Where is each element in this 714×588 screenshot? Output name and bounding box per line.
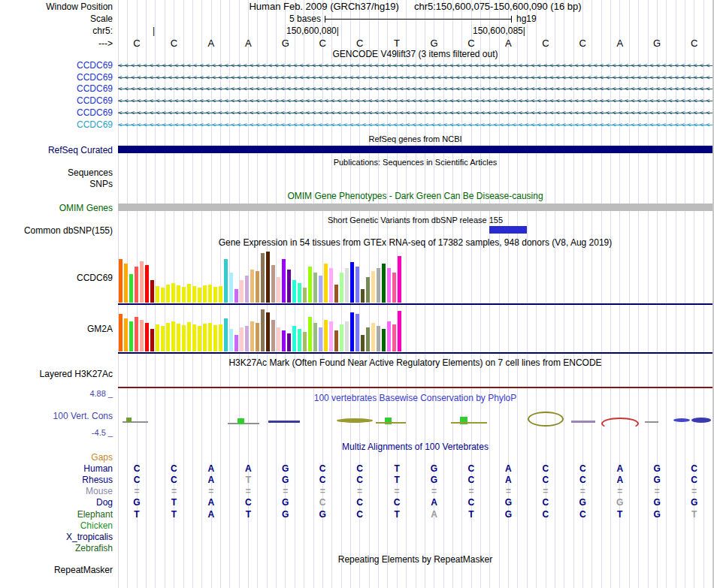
gtex-tissue-bar[interactable] (398, 256, 401, 303)
gencode-transcript-row[interactable]: CCDC69<<<<<<<<<<<<<<<<<<<<<<<<<<<<<<<<<<… (0, 95, 714, 107)
dbsnp-track-label[interactable]: Common dbSNP(155) (0, 225, 113, 236)
gtex-tissue-bar[interactable] (261, 253, 265, 303)
gtex-tissue-bar[interactable] (224, 318, 228, 351)
gtex-tissue-bar[interactable] (245, 276, 249, 303)
gencode-transcript-label[interactable]: CCDC69 (0, 60, 113, 72)
gtex-tissue-bar[interactable] (224, 259, 228, 303)
gtex-tissue-bar[interactable] (298, 329, 301, 351)
gtex-tissue-bar[interactable] (140, 320, 144, 351)
gtex-tissue-bar[interactable] (355, 314, 359, 351)
gtex-tissue-bar[interactable] (298, 283, 301, 303)
gtex-tissue-bar[interactable] (145, 265, 149, 303)
gtex-tissue-bar[interactable] (371, 323, 375, 351)
gtex-tissue-bar[interactable] (177, 324, 180, 351)
gtex-tissue-bar[interactable] (308, 267, 312, 303)
gtex-tissue-bar[interactable] (355, 267, 359, 303)
gtex-tissue-bar[interactable] (377, 268, 380, 303)
gtex-tissue-bar[interactable] (145, 323, 149, 351)
gtex-tissue-bar[interactable] (366, 327, 370, 351)
gtex-tissue-bar[interactable] (129, 274, 133, 303)
multiz-species-label[interactable]: Elephant (0, 509, 113, 520)
gtex-tissue-bar[interactable] (208, 285, 212, 303)
h3k27ac-track-label[interactable]: Layered H3K27Ac (0, 369, 113, 379)
gencode-transcript-body[interactable]: <<<<<<<<<<<<<<<<<<<<<<<<<<<<<<<<<<<<<<<<… (118, 107, 712, 119)
gtex-tissue-bar[interactable] (161, 288, 165, 303)
gencode-transcript-body[interactable]: <<<<<<<<<<<<<<<<<<<<<<<<<<<<<<<<<<<<<<<<… (118, 72, 712, 84)
gtex-tissue-bar[interactable] (313, 273, 317, 303)
gtex-tissue-bar[interactable] (182, 325, 186, 351)
gencode-transcript-label[interactable]: CCDC69 (0, 83, 113, 95)
gtex-tissue-bar[interactable] (219, 324, 222, 351)
gtex-tissue-bar[interactable] (377, 326, 380, 351)
gtex-tissue-bar[interactable] (177, 285, 180, 303)
gtex-tissue-bar[interactable] (198, 326, 201, 351)
gtex-tissue-bar[interactable] (277, 277, 280, 303)
gtex-tissue-bar[interactable] (192, 286, 196, 303)
gencode-transcript-row[interactable]: CCDC69<<<<<<<<<<<<<<<<<<<<<<<<<<<<<<<<<<… (0, 83, 714, 95)
gtex-tissue-bar[interactable] (161, 326, 165, 351)
gtex-tissue-bar[interactable] (124, 264, 128, 303)
gtex-tissue-bar[interactable] (292, 280, 296, 303)
gtex-tissue-bar[interactable] (398, 311, 401, 351)
gtex-tissue-bar[interactable] (256, 271, 259, 303)
gtex-tissue-bar[interactable] (350, 312, 354, 351)
repeatmasker-track-label[interactable]: RepeatMasker (0, 565, 113, 575)
gtex-tissue-bar[interactable] (187, 322, 191, 351)
gtex-tissue-bar[interactable] (234, 335, 238, 351)
multiz-species-row[interactable]: X_tropicalis (0, 532, 714, 543)
multiz-species-label[interactable]: Mouse (0, 486, 113, 497)
multiz-species-row[interactable]: Mouse================ (0, 486, 714, 497)
sequences-track-label[interactable]: Sequences (0, 167, 113, 178)
multiz-species-row[interactable]: DogGTACGCCCACGCGGGG (0, 497, 714, 508)
gtex-ccdc69-label[interactable]: CCDC69 (0, 273, 113, 283)
gtex-tissue-bar[interactable] (324, 320, 328, 351)
gtex-tissue-bar[interactable] (124, 318, 128, 351)
gtex-tissue-bar[interactable] (303, 288, 307, 303)
gtex-tissue-bar[interactable] (240, 280, 244, 303)
gtex-tissue-bar[interactable] (292, 326, 296, 351)
multiz-species-label[interactable]: Gaps (0, 452, 113, 463)
gtex-tissue-bar[interactable] (366, 277, 370, 303)
gtex-tissue-bar[interactable] (171, 283, 175, 303)
gtex-tissue-bar[interactable] (171, 321, 175, 351)
multiz-species-row[interactable]: ElephantTTATGGCTATGCCTGT (0, 509, 714, 520)
multiz-species-row[interactable]: RhesusCCATGCCTGCACCAGC (0, 475, 714, 486)
multiz-species-label[interactable]: Rhesus (0, 475, 113, 486)
omim-genes-bar[interactable] (118, 204, 712, 211)
gtex-tissue-bar[interactable] (282, 330, 286, 351)
gencode-transcript-body[interactable]: <<<<<<<<<<<<<<<<<<<<<<<<<<<<<<<<<<<<<<<<… (118, 119, 712, 131)
gtex-tissue-bar[interactable] (229, 273, 233, 303)
gtex-tissue-bar[interactable] (371, 271, 375, 303)
gtex-tissue-bar[interactable] (166, 323, 170, 351)
gtex-tissue-bar[interactable] (229, 329, 233, 351)
gencode-transcript-label[interactable]: CCDC69 (0, 107, 113, 119)
gtex-tissue-bar[interactable] (213, 287, 217, 303)
gtex-tissue-bar[interactable] (119, 314, 123, 351)
gtex-tissue-bar[interactable] (319, 327, 322, 351)
gtex-tissue-bar[interactable] (287, 270, 291, 303)
gtex-tissue-bar[interactable] (219, 286, 222, 303)
gtex-tissue-bar[interactable] (392, 273, 396, 303)
gtex-tissue-bar[interactable] (156, 286, 159, 303)
gtex-bars-gm2a[interactable] (119, 308, 401, 351)
multiz-species-row[interactable]: Zebrafish (0, 543, 714, 554)
gencode-transcript-body[interactable]: <<<<<<<<<<<<<<<<<<<<<<<<<<<<<<<<<<<<<<<<… (118, 95, 712, 107)
gtex-tissue-bar[interactable] (387, 321, 391, 351)
gtex-tissue-bar[interactable] (334, 285, 338, 303)
gencode-transcript-row[interactable]: CCDC69<<<<<<<<<<<<<<<<<<<<<<<<<<<<<<<<<<… (0, 60, 714, 72)
gtex-tissue-bar[interactable] (245, 326, 249, 351)
gtex-tissue-bar[interactable] (135, 317, 138, 351)
gtex-tissue-bar[interactable] (266, 252, 270, 303)
gtex-tissue-bar[interactable] (287, 333, 291, 351)
gtex-tissue-bar[interactable] (140, 261, 144, 303)
gtex-tissue-bar[interactable] (361, 335, 365, 351)
gencode-transcript-body[interactable]: <<<<<<<<<<<<<<<<<<<<<<<<<<<<<<<<<<<<<<<<… (118, 83, 712, 95)
gtex-tissue-bar[interactable] (150, 329, 154, 351)
gencode-transcript-body[interactable]: <<<<<<<<<<<<<<<<<<<<<<<<<<<<<<<<<<<<<<<<… (118, 60, 712, 72)
gencode-transcript-row[interactable]: CCDC69<<<<<<<<<<<<<<<<<<<<<<<<<<<<<<<<<<… (0, 107, 714, 119)
gtex-tissue-bar[interactable] (187, 284, 191, 303)
gencode-transcript-row[interactable]: CCDC69<<<<<<<<<<<<<<<<<<<<<<<<<<<<<<<<<<… (0, 72, 714, 84)
multiz-species-row[interactable]: Gaps (0, 452, 714, 463)
gtex-tissue-bar[interactable] (324, 264, 328, 303)
gtex-tissue-bar[interactable] (392, 324, 396, 351)
